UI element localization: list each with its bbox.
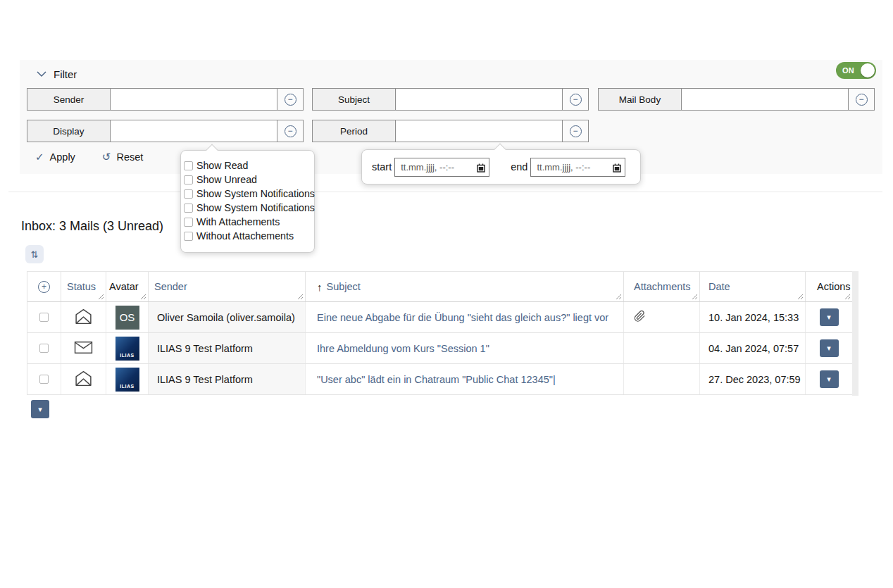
attachments-cell <box>624 302 700 332</box>
filter-title: Filter <box>54 68 77 80</box>
column-resize-handle[interactable] <box>297 294 304 300</box>
calendar-icon[interactable] <box>613 163 621 175</box>
period-end-wrap <box>530 158 625 177</box>
checkbox[interactable] <box>184 204 193 213</box>
caret-down-icon: ▾ <box>38 405 42 414</box>
header-status[interactable]: Status <box>61 272 106 301</box>
column-resize-handle[interactable] <box>797 294 804 300</box>
checkbox[interactable] <box>184 161 193 170</box>
mail-inbox-screen: Filter ON Sender − Subject − Mail Body − <box>0 0 893 588</box>
header-date[interactable]: Date <box>700 272 806 301</box>
column-resize-handle[interactable] <box>692 294 698 300</box>
header-sender[interactable]: Sender <box>149 272 306 301</box>
header-attachments[interactable]: Attachments <box>624 272 700 301</box>
sender-input[interactable] <box>111 89 277 110</box>
remove-sender-filter-button[interactable]: − <box>277 89 303 110</box>
filter-header[interactable]: Filter <box>37 64 77 84</box>
filter-field-sender: Sender − <box>27 88 304 111</box>
period-start-wrap <box>394 158 489 177</box>
checkbox[interactable] <box>184 189 193 199</box>
sender-cell: Oliver Samoila (oliver.samoila) <box>149 302 306 332</box>
avatar: ILIAS <box>115 368 139 392</box>
reset-icon: ↺ <box>102 151 111 163</box>
checkbox[interactable] <box>184 218 193 227</box>
subject-link[interactable]: Ihre Abmeldung vom Kurs "Session 1" <box>317 343 489 354</box>
avatar: ILIAS <box>115 337 139 361</box>
remove-period-filter-button[interactable]: − <box>562 120 588 142</box>
filter-field-subject: Subject − <box>312 88 589 111</box>
period-input[interactable] <box>396 120 562 142</box>
apply-button[interactable]: ✓ Apply <box>35 151 75 163</box>
header-avatar: Avatar <box>106 272 149 301</box>
sender-field-label: Sender <box>27 89 111 110</box>
display-input[interactable] <box>111 120 277 142</box>
column-resize-handle[interactable] <box>616 294 622 300</box>
period-start-input[interactable] <box>394 158 489 177</box>
avatar-cell: OS <box>106 302 149 332</box>
avatar-cell: ILIAS <box>106 333 149 363</box>
remove-display-filter-button[interactable]: − <box>277 120 303 142</box>
table-row: ILIAS ILIAS 9 Test Platform "User abc" l… <box>27 364 852 395</box>
option-with-attachements[interactable]: With Attachements <box>184 215 311 229</box>
option-show-read[interactable]: Show Read <box>184 158 311 173</box>
table-row: OS Oliver Samoila (oliver.samoila) Eine … <box>27 302 852 333</box>
remove-subject-filter-button[interactable]: − <box>562 89 588 110</box>
caret-down-icon: ▾ <box>827 344 831 353</box>
checkbox[interactable] <box>184 175 193 184</box>
sort-rows-icon: ⇅ <box>31 249 39 260</box>
row-select-cell <box>27 333 61 363</box>
actions-cell: ▾ <box>806 333 853 363</box>
calendar-icon[interactable] <box>477 163 485 175</box>
date-cell: 04. Jan 2024, 07:57 <box>700 333 806 363</box>
toggle-knob <box>861 63 875 77</box>
subject-cell: Ihre Abmeldung vom Kurs "Session 1" <box>306 333 624 363</box>
filter-on-toggle[interactable]: ON <box>836 62 876 79</box>
period-field-label: Period <box>313 120 396 142</box>
plus-circle-icon: + <box>38 281 50 293</box>
header-subject[interactable]: ↑ Subject <box>306 272 624 301</box>
header-expand-all[interactable]: + <box>27 272 61 301</box>
row-actions-dropdown-button[interactable]: ▾ <box>820 308 839 326</box>
actions-cell: ▾ <box>806 364 853 394</box>
status-cell <box>61 302 106 332</box>
column-resize-handle[interactable] <box>844 294 851 300</box>
subject-link[interactable]: "User abc" lädt ein in Chatraum "Public … <box>317 374 556 385</box>
column-resize-handle[interactable] <box>98 294 104 300</box>
checkbox[interactable] <box>184 232 193 241</box>
remove-mail-body-filter-button[interactable]: − <box>848 89 874 110</box>
reset-button[interactable]: ↺ Reset <box>102 151 143 163</box>
bulk-actions-dropdown-button[interactable]: ▾ <box>31 400 49 418</box>
section-divider <box>8 192 882 192</box>
filter-field-mail-body: Mail Body − <box>598 88 875 111</box>
table-header-row: + Status Avatar Sender ↑ Subject Attachm… <box>27 271 852 302</box>
mail-table: + Status Avatar Sender ↑ Subject Attachm… <box>27 271 852 395</box>
table-scrollbar-track[interactable] <box>852 271 858 396</box>
option-without-attachements[interactable]: Without Attachements <box>184 229 311 243</box>
row-sort-button[interactable]: ⇅ <box>25 245 44 263</box>
column-resize-handle[interactable] <box>140 294 146 300</box>
row-checkbox[interactable] <box>39 375 49 384</box>
sort-ascending-icon: ↑ <box>317 281 323 293</box>
subject-cell: "User abc" lädt ein in Chatraum "Public … <box>306 364 624 394</box>
check-icon: ✓ <box>35 151 44 163</box>
reset-button-label: Reset <box>116 151 143 163</box>
option-show-system-notifications-2[interactable]: Show System Notifications <box>184 201 311 215</box>
option-show-system-notifications-1[interactable]: Show System Notifications <box>184 187 311 201</box>
row-actions-dropdown-button[interactable]: ▾ <box>820 339 839 357</box>
filter-actions: ✓ Apply ↺ Reset <box>35 151 143 163</box>
minus-circle-icon: − <box>570 94 582 106</box>
apply-button-label: Apply <box>50 151 75 163</box>
date-cell: 10. Jan 2024, 15:33 <box>700 302 806 332</box>
mail-body-input[interactable] <box>682 89 848 110</box>
row-select-cell <box>27 302 61 332</box>
row-checkbox[interactable] <box>39 344 49 353</box>
row-actions-dropdown-button[interactable]: ▾ <box>820 370 839 388</box>
subject-field-label: Subject <box>313 89 396 110</box>
subject-input[interactable] <box>396 89 562 110</box>
period-end-input[interactable] <box>530 158 625 177</box>
option-show-unread[interactable]: Show Unread <box>184 173 311 187</box>
row-checkbox[interactable] <box>39 313 49 322</box>
subject-link[interactable]: Eine neue Abgabe für die Übung "sieht da… <box>317 312 608 323</box>
attachments-cell <box>624 333 700 363</box>
period-start-label: start <box>372 161 392 173</box>
